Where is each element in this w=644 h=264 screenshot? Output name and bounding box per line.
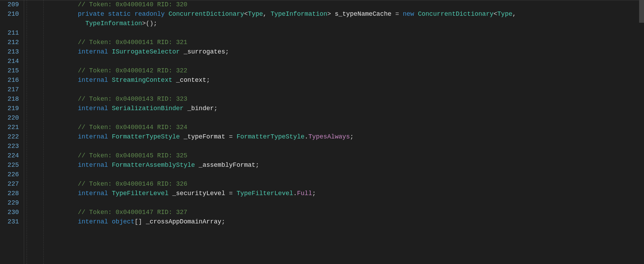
code-line[interactable]: [48, 170, 639, 179]
code-line[interactable]: // Token: 0x04000146 RID: 326: [48, 179, 639, 189]
line-number[interactable]: 218: [4, 94, 19, 104]
code-line[interactable]: [48, 198, 639, 208]
token-op: =: [225, 190, 236, 197]
vertical-scrollbar[interactable]: [639, 0, 644, 264]
token-kw2: internal: [78, 133, 108, 140]
code-line[interactable]: internal SerializationBinder _binder;: [48, 104, 639, 113]
token-cmt: // Token: 0x04000141 RID: 321: [78, 39, 187, 46]
code-editor[interactable]: 2092102112122132142152162172182192202212…: [0, 0, 644, 264]
token-op: [180, 48, 184, 55]
token-ty: TypeInformation: [270, 10, 327, 17]
token-ty: StreamingContext: [112, 77, 172, 84]
line-number[interactable]: 210: [4, 9, 19, 19]
line-number[interactable]: 219: [4, 104, 19, 113]
token-ty: TypeFilterLevel: [236, 190, 293, 197]
line-number[interactable]: 211: [4, 28, 19, 38]
token-op: ;: [225, 48, 229, 55]
code-line[interactable]: [48, 113, 639, 123]
token-kw2: internal: [78, 48, 108, 55]
code-line[interactable]: private static readonly ConcurrentDictio…: [48, 9, 639, 19]
code-line[interactable]: internal FormatterTypeStyle _typeFormat …: [48, 132, 639, 142]
line-number[interactable]: 231: [4, 217, 19, 227]
token-ty: Type: [248, 10, 263, 17]
token-ty: TypeFilterLevel: [112, 190, 169, 197]
token-ty: TypeInformation: [85, 20, 142, 27]
token-op: <: [494, 10, 497, 17]
line-number[interactable]: 225: [4, 160, 19, 170]
code-line[interactable]: [48, 57, 639, 66]
code-line[interactable]: // Token: 0x04000147 RID: 327: [48, 208, 639, 217]
token-id: _crossAppDomainArray: [146, 218, 221, 225]
indent-guides: [27, 0, 46, 264]
line-number[interactable]: 213: [4, 47, 19, 57]
token-op: [172, 77, 176, 84]
code-line[interactable]: TypeInformation>();: [48, 19, 639, 28]
token-id: _binder: [187, 105, 214, 112]
code-line[interactable]: [48, 28, 639, 38]
code-line[interactable]: // Token: 0x04000143 RID: 323: [48, 94, 639, 104]
token-op: ;: [221, 218, 225, 225]
token-op: [195, 162, 199, 169]
token-kw: static: [108, 10, 131, 17]
code-line[interactable]: internal FormatterAssemblyStyle _assembl…: [48, 160, 639, 170]
token-ty: SerializationBinder: [112, 105, 184, 112]
line-number[interactable]: 227: [4, 179, 19, 189]
token-op: ,: [512, 10, 520, 17]
token-op: [414, 10, 418, 17]
line-number[interactable]: 220: [4, 113, 19, 123]
code-line[interactable]: internal TypeFilterLevel _securityLevel …: [48, 189, 639, 198]
code-line[interactable]: [48, 142, 639, 151]
code-line[interactable]: // Token: 0x04000145 RID: 325: [48, 151, 639, 160]
line-number[interactable]: 224: [4, 151, 19, 160]
token-ty: ConcurrentDictionary: [418, 10, 494, 17]
line-number[interactable]: 226: [4, 170, 19, 179]
line-number[interactable]: 217: [4, 85, 19, 94]
line-number[interactable]: 230: [4, 208, 19, 217]
code-line[interactable]: // Token: 0x04000142 RID: 322: [48, 66, 639, 76]
token-op: [108, 218, 112, 225]
line-number[interactable]: 221: [4, 123, 19, 132]
token-kw: private: [78, 10, 104, 17]
token-cmt: // Token: 0x04000144 RID: 324: [78, 124, 187, 131]
token-cmt: // Token: 0x04000142 RID: 322: [78, 67, 187, 74]
code-line[interactable]: // Token: 0x04000140 RID: 320: [48, 0, 639, 9]
code-line[interactable]: // Token: 0x04000141 RID: 321: [48, 38, 639, 47]
token-op: ;: [214, 105, 218, 112]
token-id: _surrogates: [184, 48, 225, 55]
scrollbar-thumb[interactable]: [639, 0, 644, 23]
line-number[interactable]: 215: [4, 66, 19, 76]
line-number[interactable]: 223: [4, 142, 19, 151]
line-number[interactable]: 229: [4, 198, 19, 208]
token-op: [108, 48, 112, 55]
line-number[interactable]: 214: [4, 57, 19, 66]
line-number-gutter[interactable]: 2092102112122132142152162172182192202212…: [0, 0, 22, 264]
token-ty: FormatterTypeStyle: [112, 133, 180, 140]
line-number[interactable]: 222: [4, 132, 19, 142]
code-area[interactable]: // Token: 0x04000140 RID: 320 private st…: [46, 0, 639, 264]
token-op: .: [305, 133, 309, 140]
token-ty: ConcurrentDictionary: [169, 10, 244, 17]
code-line[interactable]: internal object[] _crossAppDomainArray;: [48, 217, 639, 227]
token-op: [108, 77, 112, 84]
token-cmt: // Token: 0x04000147 RID: 327: [78, 209, 187, 216]
line-number[interactable]: 209: [4, 0, 19, 9]
line-number[interactable]: 212: [4, 38, 19, 47]
token-op: ,: [263, 10, 271, 17]
token-op: [131, 10, 135, 17]
token-ty: ISurrogateSelector: [112, 48, 180, 55]
line-number[interactable]: 216: [4, 76, 19, 85]
code-line[interactable]: [48, 85, 639, 94]
line-number[interactable]: 228: [4, 189, 19, 198]
token-cmt: // Token: 0x04000143 RID: 323: [78, 95, 187, 102]
code-line[interactable]: // Token: 0x04000144 RID: 324: [48, 123, 639, 132]
token-op: >: [327, 10, 335, 17]
token-op: =: [225, 133, 236, 140]
code-line[interactable]: internal ISurrogateSelector _surrogates;: [48, 47, 639, 57]
token-op: <: [244, 10, 248, 17]
token-mem: Full: [297, 190, 312, 197]
code-line[interactable]: internal StreamingContext _context;: [48, 76, 639, 85]
token-kw: readonly: [134, 10, 164, 17]
token-kw2: internal: [78, 162, 108, 169]
fold-margin[interactable]: [22, 0, 27, 264]
token-op: ;: [206, 77, 210, 84]
